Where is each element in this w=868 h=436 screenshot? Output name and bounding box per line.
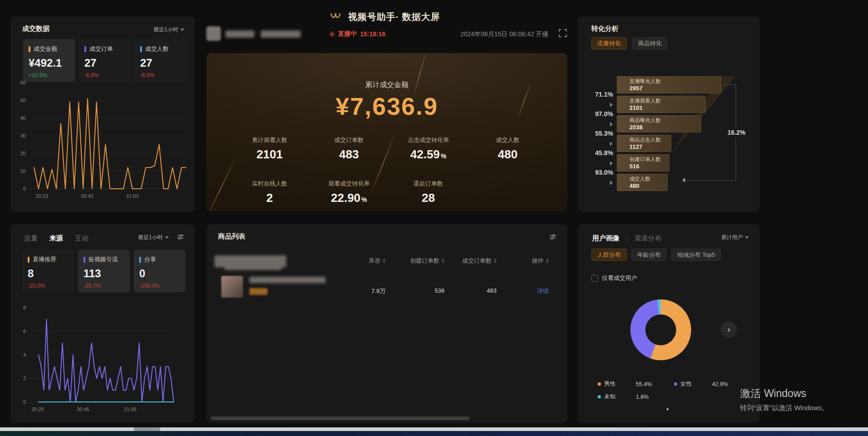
fullscreen-icon[interactable] <box>559 29 567 39</box>
traffic-panel: 流量来源互动 最近1小时 直播推荐8-20.0%短视频引流113-25.7%分享… <box>10 224 195 422</box>
cell-deal-orders: 483 <box>438 287 497 294</box>
funnel-bar-直播曝光人数: 直播曝光人数2957 <box>617 76 721 93</box>
profile-range-dropdown[interactable]: 累计用户 <box>721 234 749 241</box>
column-header-action[interactable]: 操作 <box>490 257 549 265</box>
funnel-bar-value: 516 <box>629 163 669 170</box>
metric-delta: -100.0% <box>139 283 185 289</box>
summary-title: 累计成交金额 <box>206 80 567 90</box>
legend-item-女性[interactable]: 女性42.9% <box>674 380 750 388</box>
svg-text:30: 30 <box>20 133 26 138</box>
page-scrollbar[interactable] <box>0 427 868 431</box>
channels-logo-icon <box>330 12 343 22</box>
metric-card-短视频引流[interactable]: 短视频引流113-25.7% <box>78 250 130 292</box>
detail-link[interactable]: 详情 <box>490 287 549 295</box>
horizontal-scrollbar[interactable] <box>211 416 469 420</box>
tab-地域分布 Top5[interactable]: 地域分布 Top5 <box>671 249 721 261</box>
legend-label: 男性 <box>604 380 636 388</box>
streamer-name-redacted <box>225 30 254 38</box>
legend-value: 1.8% <box>636 394 649 400</box>
metric-delta: -20.0% <box>28 283 74 289</box>
column-header-created-orders[interactable]: 创建订单数 <box>385 257 444 265</box>
metric-marker <box>139 257 141 263</box>
carousel-indicator-dot[interactable] <box>667 408 668 410</box>
legend-item-男性[interactable]: 男性55.4% <box>598 380 674 388</box>
conversion-analysis-panel: 转化分析 流量转化商品转化 71.1%97.0%55.3%45.8%93.0% … <box>578 16 760 212</box>
funnel-step-rate: 71.1% <box>581 91 613 98</box>
metric-label: 分享 <box>144 255 156 264</box>
funnel-bar-成交人数: 成交人数480 <box>617 174 668 191</box>
metric-card-分享[interactable]: 分享0-100.0% <box>134 250 185 292</box>
filter-settings-icon[interactable] <box>177 233 184 242</box>
total-gmv-value: ¥7,636.9 <box>206 92 567 120</box>
funnel-bar-label: 直播观看人数 <box>629 98 705 104</box>
stat-value: 42.59% <box>389 147 468 162</box>
traffic-tabs: 流量来源互动 <box>24 234 88 243</box>
watermark-line2: 转到“设置”以激活 Windows。 <box>740 404 829 412</box>
legend-item-未知[interactable]: 未知1.8% <box>598 393 674 401</box>
metric-label: 成交订单 <box>89 45 113 53</box>
watermark-line1: 激活 Windows <box>740 387 829 401</box>
product-list-panel: 商品列表 库存 创建订单数 成交订单数 操作 7.9万 538 483 详情 <box>206 224 567 423</box>
metric-value: 27 <box>84 57 131 69</box>
column-header-stock[interactable]: 库存 <box>327 257 385 265</box>
column-header-deal-orders[interactable]: 成交订单数 <box>438 257 497 265</box>
taskbar-edge <box>0 431 868 436</box>
metric-marker <box>29 46 30 52</box>
metric-value: 8 <box>28 267 74 280</box>
metric-card-直播推荐[interactable]: 直播推荐8-20.0% <box>22 250 74 292</box>
summary-panel: 累计成交金额 ¥7,636.9 累计观看人数2101成交订单数483点击成交转化… <box>206 53 567 211</box>
cell-stock: 7.9万 <box>327 287 385 295</box>
stat-label: 退款订单数 <box>389 180 468 188</box>
filter-settings-icon[interactable] <box>549 233 556 242</box>
stat-label: 累计观看人数 <box>230 136 309 144</box>
stat-suffix: % <box>361 196 367 203</box>
windows-watermark: 激活 Windows 转到“设置”以激活 Windows。 <box>740 387 829 412</box>
bracket-line <box>722 84 736 85</box>
next-slide-button[interactable]: › <box>721 321 737 338</box>
stat-value: 483 <box>309 147 389 162</box>
metric-marker <box>84 46 86 52</box>
svg-text:0: 0 <box>23 186 26 191</box>
tab-流量[interactable]: 流量 <box>24 234 38 243</box>
chevron-down-icon <box>180 29 184 31</box>
funnel-step-rate: 55.3% <box>581 130 613 137</box>
deal-range-dropdown[interactable]: 最近1小时 <box>153 26 184 34</box>
summary-stat-观看成交转化率: 观看成交转化率22.90% <box>309 180 389 205</box>
tab-来源[interactable]: 来源 <box>49 234 63 243</box>
summary-stat-退款订单数: 退款订单数28 <box>389 180 468 205</box>
metric-value: ¥492.1 <box>29 57 75 69</box>
gender-donut-chart <box>630 299 691 360</box>
funnel-bar-value: 1127 <box>629 143 671 150</box>
tab-用户画像[interactable]: 用户画像 <box>592 234 627 243</box>
funnel-bar-value: 2101 <box>629 104 705 111</box>
overall-conversion-rate: 16.2% <box>727 127 746 137</box>
checkbox-label: 仅看成交用户 <box>602 274 637 282</box>
svg-text:20:23: 20:23 <box>35 193 48 199</box>
bracket-arrow-icon <box>682 178 685 182</box>
summary-stat-累计观看人数: 累计观看人数2101 <box>230 136 309 162</box>
tab-年龄分布[interactable]: 年龄分布 <box>631 249 667 261</box>
product-thumbnail-redacted <box>221 276 243 298</box>
funnel-step-arrow-icon <box>610 181 613 185</box>
funnel-step-rate: 93.0% <box>581 169 613 176</box>
streamer-id-redacted <box>261 30 301 38</box>
funnel-bar-商品曝光人数: 商品曝光人数2038 <box>617 115 701 132</box>
funnel-bar-value: 2038 <box>629 124 701 131</box>
traffic-metric-cards: 直播推荐8-20.0%短视频引流113-25.7%分享0-100.0% <box>22 250 185 292</box>
svg-text:20:45: 20:45 <box>77 407 89 412</box>
tab-互动[interactable]: 互动 <box>75 234 88 243</box>
deal-users-only-checkbox[interactable]: 仅看成交用户 <box>591 274 637 282</box>
page-scrollbar-thumb[interactable] <box>134 427 160 431</box>
tab-渠道分布[interactable]: 渠道分布 <box>627 234 669 243</box>
checkbox-icon[interactable] <box>591 275 598 282</box>
product-tag-redacted <box>249 288 268 295</box>
sort-icon <box>546 259 549 263</box>
product-title-redacted <box>249 277 326 283</box>
svg-text:0: 0 <box>23 399 26 405</box>
funnel-bar-创建订单人数: 创建订单人数516 <box>617 154 669 171</box>
light-streak-decoration <box>413 53 427 98</box>
column-label: 创建订单数 <box>410 257 439 265</box>
traffic-range-dropdown[interactable]: 最近1小时 <box>138 234 169 241</box>
svg-text:21:05: 21:05 <box>124 407 137 412</box>
tab-人群分布[interactable]: 人群分布 <box>591 249 627 261</box>
